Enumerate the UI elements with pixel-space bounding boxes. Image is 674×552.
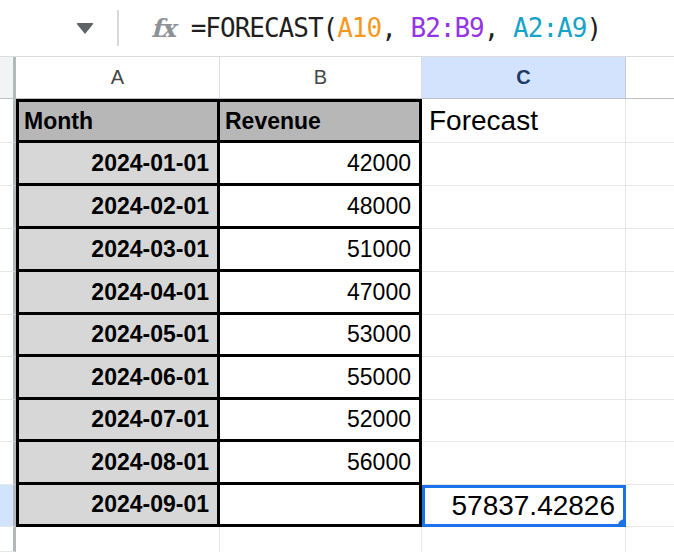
sheet-row-5: 2024-04-01 47000	[0, 272, 674, 315]
sheet-row-3: 2024-02-01 48000	[0, 186, 674, 229]
cell-B1[interactable]: Revenue	[220, 99, 422, 143]
row-header-6[interactable]	[0, 315, 16, 357]
formula-input[interactable]: =FORECAST(A10, B2:B9, A2:A9)	[191, 13, 601, 43]
cell-A3[interactable]: 2024-02-01	[16, 186, 220, 229]
fill-handle[interactable]	[618, 519, 626, 527]
cell-C2[interactable]	[422, 143, 626, 186]
formula-ref-b2-b9: B2:B9	[411, 13, 484, 43]
cell-D11[interactable]	[626, 527, 674, 552]
cell-D1[interactable]	[626, 99, 674, 143]
column-header-d[interactable]	[626, 57, 674, 99]
cell-A10-prev[interactable]: 2024-09-01	[16, 485, 220, 527]
cell-B7[interactable]: 55000	[220, 357, 422, 400]
row-header-8[interactable]	[0, 400, 16, 442]
cell-B10[interactable]	[220, 485, 422, 527]
sheet-row-4: 2024-03-01 51000	[0, 229, 674, 272]
cell-B5[interactable]: 47000	[220, 272, 422, 315]
column-header-c[interactable]: C	[422, 57, 626, 99]
row-header-7[interactable]	[0, 357, 16, 400]
cell-B6[interactable]: 53000	[220, 315, 422, 357]
cell-A11[interactable]	[16, 527, 220, 552]
row-header-10[interactable]	[0, 485, 16, 527]
row-header-2[interactable]	[0, 143, 16, 186]
cell-D4[interactable]	[626, 229, 674, 272]
sheet-row-9: 2024-08-01 56000	[0, 442, 674, 485]
selected-cell-value: 57837.42826	[451, 490, 615, 522]
cell-D5[interactable]	[626, 272, 674, 315]
cell-C6[interactable]	[422, 315, 626, 357]
cell-A9[interactable]: 2024-08-01	[16, 442, 220, 485]
cell-B2[interactable]: 42000	[220, 143, 422, 186]
cell-A7[interactable]: 2024-06-01	[16, 357, 220, 400]
formula-bar: fx =FORECAST(A10, B2:B9, A2:A9)	[0, 0, 674, 56]
cell-C5[interactable]	[422, 272, 626, 315]
name-box-dropdown-icon[interactable]	[76, 23, 94, 34]
cell-A8[interactable]: 2024-07-01	[16, 400, 220, 442]
sheet-row-11	[0, 527, 674, 552]
column-header-a[interactable]: A	[16, 57, 220, 99]
cell-A6[interactable]: 2024-05-01	[16, 315, 220, 357]
cell-C1[interactable]: Forecast	[422, 99, 626, 143]
formula-bar-divider	[117, 10, 119, 46]
cell-D9[interactable]	[626, 442, 674, 485]
cell-A4[interactable]: 2024-03-01	[16, 229, 220, 272]
sheet-row-6: 2024-05-01 53000	[0, 315, 674, 357]
cell-D2[interactable]	[626, 143, 674, 186]
cell-B9[interactable]: 56000	[220, 442, 422, 485]
column-header-row: A B C	[0, 56, 674, 99]
row-header-4[interactable]	[0, 229, 16, 272]
cell-A5[interactable]: 2024-04-01	[16, 272, 220, 315]
cell-A2[interactable]: 2024-01-01	[16, 143, 220, 186]
row-header-3[interactable]	[0, 186, 16, 229]
cell-D3[interactable]	[626, 186, 674, 229]
cell-C4[interactable]	[422, 229, 626, 272]
cell-C7[interactable]	[422, 357, 626, 400]
cell-B8[interactable]: 52000	[220, 400, 422, 442]
formula-text: =FORECAST(	[191, 13, 338, 43]
row-header-9[interactable]	[0, 442, 16, 485]
cell-C9[interactable]	[422, 442, 626, 485]
sheet-row-7: 2024-06-01 55000	[0, 357, 674, 400]
cell-A1[interactable]: Month	[16, 99, 220, 143]
cell-C8[interactable]	[422, 400, 626, 442]
formula-ref-a2-a9: A2:A9	[513, 13, 586, 43]
row-header-11[interactable]	[0, 527, 16, 552]
sheet-row-10: 2024-09-01 57837.42826	[0, 485, 674, 527]
cell-B3[interactable]: 48000	[220, 186, 422, 229]
row-header-5[interactable]	[0, 272, 16, 315]
cell-B11[interactable]	[220, 527, 422, 552]
column-header-b[interactable]: B	[220, 57, 422, 99]
sheet-row-8: 2024-07-01 52000	[0, 400, 674, 442]
cell-D10[interactable]	[626, 485, 674, 527]
spreadsheet-app: fx =FORECAST(A10, B2:B9, A2:A9) A B C Mo…	[0, 0, 674, 552]
sheet-row-2: 2024-01-01 42000	[0, 143, 674, 186]
row-header-1[interactable]	[0, 99, 16, 143]
function-fx-icon: fx	[151, 14, 175, 43]
formula-ref-a10: A10	[337, 13, 381, 43]
cell-D8[interactable]	[626, 400, 674, 442]
sheet-row-1: Month Revenue Forecast	[0, 99, 674, 143]
select-all-corner[interactable]	[0, 57, 16, 99]
cell-C11[interactable]	[422, 527, 626, 552]
cell-C10-selected[interactable]: 57837.42826	[422, 485, 626, 527]
cell-C3[interactable]	[422, 186, 626, 229]
cell-D6[interactable]	[626, 315, 674, 357]
cell-B4[interactable]: 51000	[220, 229, 422, 272]
cell-D7[interactable]	[626, 357, 674, 400]
